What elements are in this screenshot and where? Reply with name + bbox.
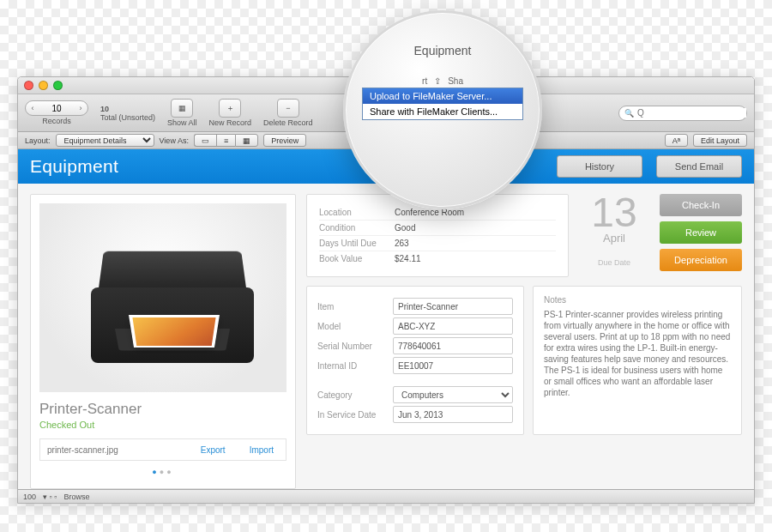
summary-row: Book Value$24.11 [319,251,556,266]
menu-share-clients[interactable]: Share with FileMaker Clients... [363,104,522,119]
mag-window-title: Equipment [414,44,472,57]
share-icon[interactable]: ⇪ [434,76,441,86]
file-row: printer-scanner.jpg Export Import [39,438,286,461]
record-nav: ‹ › Records [25,100,88,125]
internal-id-label: Internal ID [317,361,393,371]
records-caption: Records [42,117,71,125]
search-icon: 🔍 [624,109,634,118]
due-date: 13 April Due Date [577,194,651,277]
zoom-value[interactable]: 100 [23,493,36,501]
zoom-icon[interactable] [53,81,63,90]
view-list-icon[interactable]: ≡ [216,134,235,147]
record-stepper[interactable]: ‹ › [25,100,88,116]
mode-label: Browse [63,493,89,501]
magnifier-callout: Equipment rt ⇪ Sha Upload to FileMaker S… [343,10,542,209]
view-form-icon[interactable]: ▭ [194,134,216,147]
serial-field[interactable] [393,337,513,354]
notes-card: Notes PS-1 Printer-scanner provides wire… [533,286,742,435]
edit-layout-button[interactable]: Edit Layout [693,134,747,147]
image-pager[interactable]: ●●● [39,468,286,476]
due-month: April [577,232,651,245]
zoom-controls[interactable]: ▾ ▫ ▫ [43,493,57,501]
next-record-icon[interactable]: › [74,104,87,112]
view-table-icon[interactable]: ▦ [235,134,258,147]
item-status: Checked Out [39,420,286,430]
export-link[interactable]: Export [189,445,238,455]
model-label: Model [317,322,393,331]
layout-label: Layout: [25,136,51,145]
category-select[interactable]: Computers [393,386,513,403]
depreciation-button[interactable]: Depreciation [660,249,742,271]
delete-record-icon[interactable]: − [277,99,299,118]
menu-upload-server[interactable]: Upload to FileMaker Server... [363,88,522,104]
search-box[interactable]: 🔍 [618,106,747,121]
mag-tool-share[interactable]: Sha [448,76,463,86]
share-menu[interactable]: Upload to FileMaker Server... Share with… [362,88,523,120]
new-record-group: ＋ New Record [209,99,252,127]
equipment-image-card: Printer-Scanner Checked Out printer-scan… [30,194,296,489]
due-day: 13 [577,194,651,232]
due-label: Due Date [577,258,651,267]
records-count: 10 [100,105,109,113]
delete-record-label: Delete Record [263,118,313,127]
new-record-label: New Record [209,118,252,127]
details-form: Item Model Serial Number Internal ID Cat… [306,286,524,435]
statusbar: 100 ▾ ▫ ▫ Browse [18,489,754,503]
service-date-field[interactable] [393,406,513,423]
right-column: LocationConference Room ConditionGood Da… [306,194,742,489]
checkin-button[interactable]: Check-In [660,194,742,216]
import-link[interactable]: Import [238,445,286,455]
summary-row: Days Until Due263 [319,236,556,251]
filename: printer-scanner.jpg [40,445,189,455]
layout-select[interactable]: Equipment Details [56,134,154,147]
equipment-image[interactable] [39,203,286,392]
records-meta: 10 Total (Unsorted) [100,105,155,122]
text-format-button[interactable]: Aª [665,134,688,147]
minimize-icon[interactable] [39,81,48,90]
view-as-segment[interactable]: ▭ ≡ ▦ [194,134,258,147]
show-all-group: ▦ Show All [167,99,197,127]
new-record-icon[interactable]: ＋ [219,99,241,118]
show-all-label: Show All [167,118,197,127]
notes-body: PS-1 Printer-scanner provides wireless p… [544,309,731,398]
notes-heading: Notes [544,295,731,305]
mag-toolbar-fragment: rt ⇪ Sha [422,76,463,86]
close-icon[interactable] [24,81,33,90]
serial-label: Serial Number [317,342,393,351]
view-as-label: View As: [160,136,189,145]
service-date-label: In Service Date [317,410,393,420]
body: Printer-Scanner Checked Out printer-scan… [18,184,754,489]
record-index-input[interactable] [39,104,74,113]
review-button[interactable]: Review [660,221,742,244]
show-all-icon[interactable]: ▦ [171,99,193,118]
delete-record-group: − Delete Record [263,99,313,127]
item-title: Printer-Scanner [39,401,286,418]
prev-record-icon[interactable]: ‹ [26,104,39,112]
category-label: Category [317,390,393,400]
page-title: Equipment [30,156,118,177]
records-total-label: Total (Unsorted) [100,113,155,122]
item-label: Item [317,302,393,311]
preview-button[interactable]: Preview [263,134,306,147]
mag-tool-rt[interactable]: rt [422,76,427,86]
send-email-button[interactable]: Send Email [656,155,742,178]
history-button[interactable]: History [557,155,642,178]
search-input[interactable] [637,108,746,118]
summary-row: ConditionGood [319,221,556,236]
internal-id-field[interactable] [393,357,513,374]
content: Equipment History Send Email Printer-Sca… [18,149,754,489]
printer-illustration [91,243,254,363]
item-field[interactable] [393,298,513,315]
model-field[interactable] [393,317,513,335]
action-buttons: Check-In Review Depreciation [660,194,742,277]
